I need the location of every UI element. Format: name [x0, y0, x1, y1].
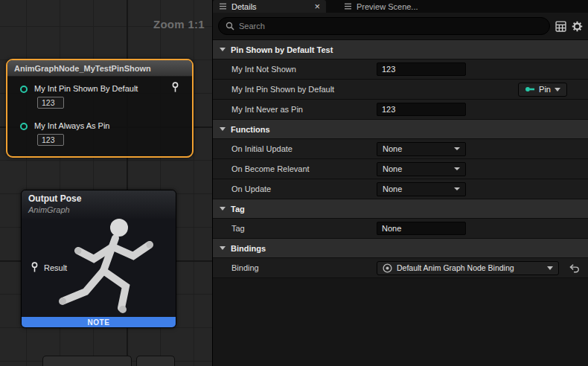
chevron-down-icon — [454, 147, 460, 150]
close-tab-icon[interactable]: × — [314, 1, 320, 11]
int-pin-icon[interactable] — [19, 85, 28, 94]
detail-row: On Initial Update None — [213, 139, 588, 159]
detail-row: My Int Pin Shown by Default Pin — [213, 80, 588, 100]
binding-icon — [383, 263, 392, 273]
chevron-down-icon — [220, 207, 226, 211]
result-pin[interactable]: Result — [31, 262, 67, 273]
reset-to-default-icon[interactable] — [569, 263, 580, 273]
pin-visibility-dropdown[interactable]: Pin — [518, 83, 567, 97]
property-label: My Int Pin Shown by Default — [213, 85, 377, 94]
property-label: My Int Not Shown — [213, 65, 377, 74]
category-header-functions[interactable]: Functions — [213, 120, 588, 139]
chevron-down-icon — [220, 127, 226, 131]
detail-row: Binding Default Anim Graph Node Binding — [213, 258, 588, 278]
chevron-down-icon — [547, 266, 553, 270]
preview-scene-tab-icon — [344, 2, 352, 10]
property-label: My Int Never as Pin — [213, 105, 377, 114]
chevron-down-icon — [454, 167, 460, 170]
chevron-down-icon — [454, 187, 460, 190]
detail-row: My Int Never as Pin — [213, 100, 588, 120]
promote-to-pin-icon[interactable] — [171, 82, 179, 96]
tab-details[interactable]: Details × — [213, 0, 326, 13]
pin-value-field[interactable]: 123 — [37, 134, 64, 146]
property-label: On Initial Update — [213, 144, 377, 153]
node-title: Output Pose — [28, 193, 81, 204]
detail-row: My Int Not Shown — [213, 60, 588, 80]
settings-gear-icon[interactable] — [572, 21, 583, 32]
category-header-bindings[interactable]: Bindings — [213, 239, 588, 258]
property-label: Binding — [213, 263, 377, 272]
node-subtitle: AnimGraph — [28, 205, 70, 214]
result-pin-label: Result — [44, 263, 67, 272]
function-dropdown[interactable]: None — [377, 142, 466, 156]
int-value-input[interactable] — [377, 62, 466, 76]
property-label: Tag — [213, 224, 377, 233]
function-dropdown[interactable]: None — [377, 162, 466, 176]
int-value-input[interactable] — [377, 103, 466, 116]
search-box[interactable] — [218, 17, 550, 35]
note-bar: NOTE — [22, 317, 176, 327]
property-label: On Update — [213, 184, 377, 193]
partial-node[interactable] — [42, 356, 132, 366]
partial-node[interactable] — [136, 356, 175, 366]
search-icon — [226, 22, 234, 30]
property-label: On Become Relevant — [213, 164, 377, 173]
unreal-editor-window: Zoom 1:1 AnimGraphNode_MyTestPinShown My… — [0, 0, 588, 366]
function-dropdown[interactable]: None — [377, 182, 466, 196]
category-header-tag[interactable]: Tag — [213, 199, 588, 219]
pin-label: My Int Pin Shown By Default — [34, 84, 138, 93]
binding-dropdown[interactable]: Default Anim Graph Node Binding — [377, 261, 559, 275]
zoom-level-label: Zoom 1:1 — [153, 18, 205, 30]
details-panel: Details × Preview Scene... Pin Shown — [212, 0, 588, 366]
chevron-down-icon — [220, 48, 226, 51]
detail-row: Tag — [213, 219, 588, 239]
display-filter-icon[interactable] — [555, 21, 566, 32]
pin-value-field[interactable]: 123 — [37, 97, 64, 109]
result-pin-icon — [31, 262, 39, 273]
tab-bar: Details × Preview Scene... — [213, 0, 588, 13]
pin-label: My Int Always As Pin — [34, 121, 109, 130]
tab-label: Details — [231, 2, 310, 11]
category-header-pin-shown-test[interactable]: Pin Shown by Default Test — [213, 40, 588, 60]
tag-input[interactable] — [377, 222, 466, 235]
pin-icon — [525, 86, 535, 93]
details-tab-icon — [219, 2, 227, 10]
int-pin-icon[interactable] — [19, 122, 28, 131]
chevron-down-icon — [220, 246, 226, 250]
output-pose-node[interactable]: Output Pose AnimGraph Result NOTE — [21, 190, 176, 328]
tab-label: Preview Scene... — [357, 2, 418, 11]
details-toolbar — [213, 13, 588, 40]
detail-row: On Update None — [213, 179, 588, 199]
detail-row: On Become Relevant None — [213, 159, 588, 179]
anim-graph-node-test[interactable]: AnimGraphNode_MyTestPinShown My Int Pin … — [6, 59, 194, 158]
node-title[interactable]: AnimGraphNode_MyTestPinShown — [7, 60, 192, 77]
chevron-down-icon — [555, 88, 560, 92]
anim-graph-editor[interactable]: Zoom 1:1 AnimGraphNode_MyTestPinShown My… — [0, 0, 212, 366]
search-input[interactable] — [239, 22, 543, 30]
tab-preview-scene[interactable]: Preview Scene... — [338, 0, 424, 13]
